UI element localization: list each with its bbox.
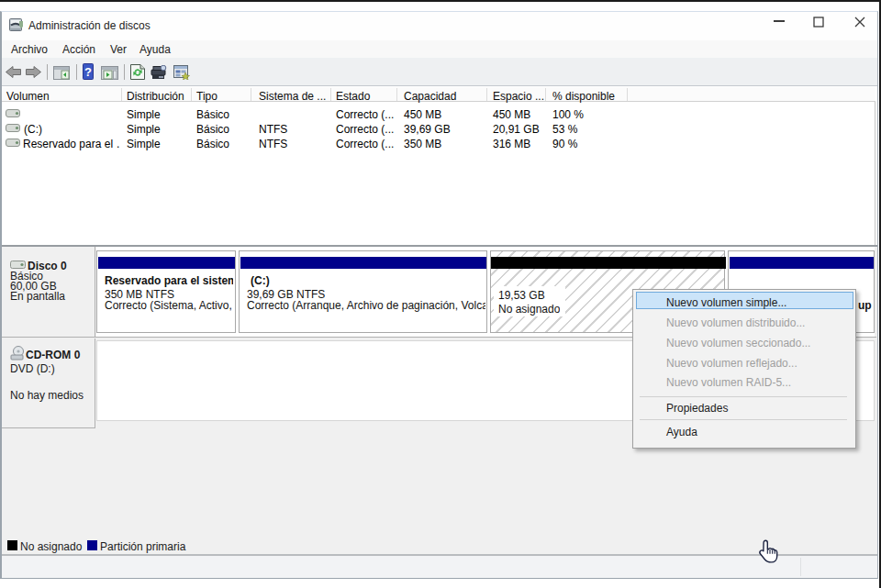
- svg-text:?: ?: [84, 65, 92, 79]
